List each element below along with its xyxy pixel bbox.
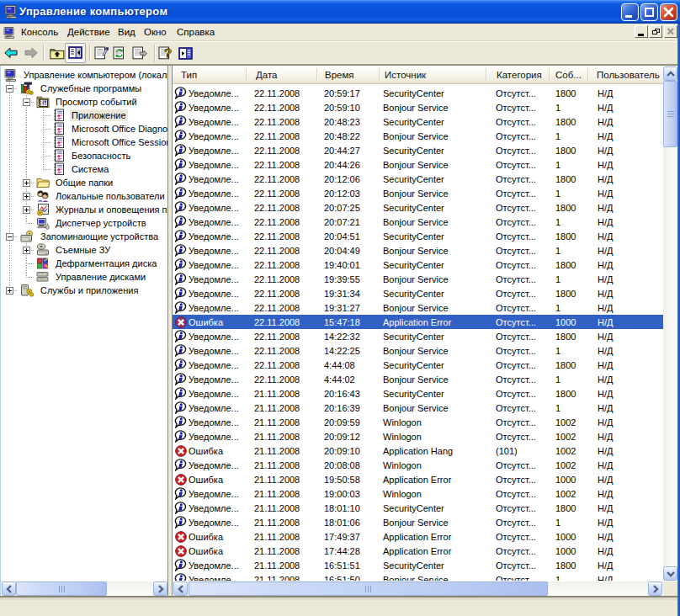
svg-text:?: ? (164, 46, 172, 60)
